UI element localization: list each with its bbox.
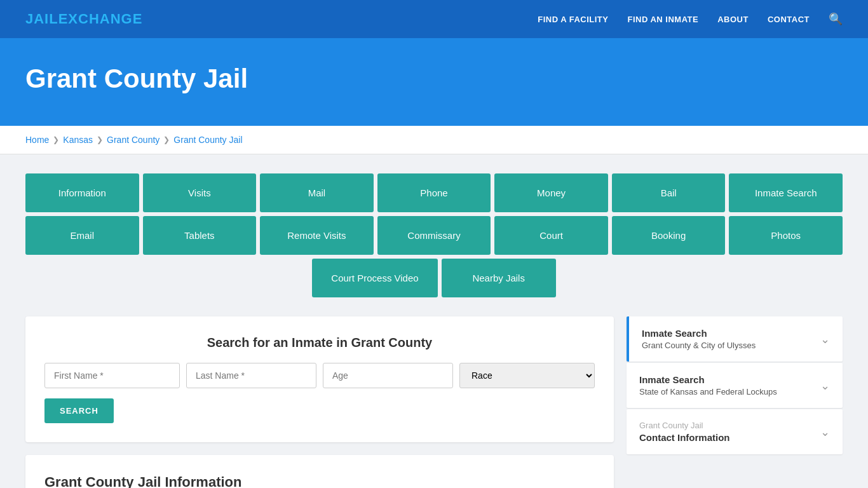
- breadcrumb: Home ❯ Kansas ❯ Grant County ❯ Grant Cou…: [25, 135, 843, 145]
- sidebar-item-gc-title: Inmate Search: [642, 328, 756, 339]
- breadcrumb-sep-1: ❯: [53, 135, 59, 144]
- btn-booking[interactable]: Booking: [612, 216, 726, 255]
- nav-find-facility[interactable]: FIND A FACILITY: [538, 15, 608, 24]
- btn-phone[interactable]: Phone: [377, 173, 491, 212]
- btn-tablets[interactable]: Tablets: [143, 216, 257, 255]
- navbar: JAILEXCHANGE FIND A FACILITY FIND AN INM…: [0, 0, 868, 38]
- lower-section: Search for an Inmate in Grant County Rac…: [25, 316, 843, 488]
- sidebar-item-inmate-search-ks[interactable]: Inmate Search State of Kansas and Federa…: [627, 363, 843, 408]
- page-title: Grant County Jail: [25, 64, 843, 94]
- search-button[interactable]: SEARCH: [44, 398, 114, 423]
- btn-photos[interactable]: Photos: [729, 216, 843, 255]
- sidebar-item-ks-title: Inmate Search: [639, 374, 777, 385]
- breadcrumb-grant-county-jail[interactable]: Grant County Jail: [173, 135, 242, 145]
- breadcrumb-sep-2: ❯: [97, 135, 103, 144]
- breadcrumb-kansas[interactable]: Kansas: [63, 135, 93, 145]
- sidebar: Inmate Search Grant County & City of Uly…: [627, 316, 843, 454]
- logo-part1: JAIL: [25, 11, 58, 27]
- btn-email[interactable]: Email: [25, 216, 139, 255]
- nav-contact[interactable]: CONTACT: [768, 15, 810, 24]
- sidebar-item-inmate-search-gc[interactable]: Inmate Search Grant County & City of Uly…: [627, 316, 843, 362]
- nav-buttons-row1: Information Visits Mail Phone Money Bail…: [25, 173, 843, 212]
- nav-about[interactable]: ABOUT: [717, 15, 749, 24]
- first-name-input[interactable]: [44, 363, 180, 388]
- btn-mail[interactable]: Mail: [260, 173, 374, 212]
- sidebar-item-contact[interactable]: Grant County Jail Contact Information ⌄: [627, 409, 843, 454]
- sidebar-item-contact-subtitle: Contact Information: [639, 432, 730, 443]
- site-logo[interactable]: JAILEXCHANGE: [25, 11, 142, 27]
- age-input[interactable]: [323, 363, 453, 388]
- breadcrumb-grant-county[interactable]: Grant County: [107, 135, 159, 145]
- hero-section: Grant County Jail: [0, 38, 868, 126]
- sidebar-item-contact-text: Grant County Jail Contact Information: [639, 421, 730, 443]
- nav-find-inmate[interactable]: FIND AN INMATE: [627, 15, 698, 24]
- btn-money[interactable]: Money: [494, 173, 608, 212]
- race-select[interactable]: Race White Black Hispanic Asian Other: [459, 363, 595, 388]
- breadcrumb-bar: Home ❯ Kansas ❯ Grant County ❯ Grant Cou…: [0, 126, 868, 154]
- logo-part2: EXCHANGE: [58, 11, 143, 27]
- chevron-down-icon-2: ⌄: [820, 379, 830, 393]
- breadcrumb-home[interactable]: Home: [25, 135, 49, 145]
- nav-links: FIND A FACILITY FIND AN INMATE ABOUT CON…: [538, 12, 843, 26]
- btn-nearby-jails[interactable]: Nearby Jails: [442, 259, 556, 297]
- search-panel: Search for an Inmate in Grant County Rac…: [25, 316, 614, 442]
- chevron-down-icon: ⌄: [820, 332, 830, 346]
- chevron-down-icon-3: ⌄: [820, 425, 830, 439]
- info-section: Grant County Jail Information: [25, 455, 614, 488]
- nav-buttons-row2: Email Tablets Remote Visits Commissary C…: [25, 216, 843, 255]
- btn-court-process-video[interactable]: Court Process Video: [312, 259, 437, 297]
- btn-inmate-search[interactable]: Inmate Search: [729, 173, 843, 212]
- sidebar-item-ks-text: Inmate Search State of Kansas and Federa…: [639, 374, 777, 396]
- last-name-input[interactable]: [186, 363, 316, 388]
- sidebar-item-gc-subtitle: Grant County & City of Ulysses: [642, 341, 756, 350]
- left-column: Search for an Inmate in Grant County Rac…: [25, 316, 614, 488]
- nav-buttons-row3: Court Process Video Nearby Jails: [25, 259, 843, 297]
- breadcrumb-sep-3: ❯: [163, 135, 170, 144]
- search-icon[interactable]: 🔍: [829, 12, 843, 26]
- search-fields: Race White Black Hispanic Asian Other: [44, 363, 595, 388]
- btn-remote-visits[interactable]: Remote Visits: [260, 216, 374, 255]
- btn-commissary[interactable]: Commissary: [377, 216, 491, 255]
- btn-information[interactable]: Information: [25, 173, 139, 212]
- sidebar-item-gc-text: Inmate Search Grant County & City of Uly…: [642, 328, 756, 350]
- sidebar-item-contact-title: Grant County Jail: [639, 421, 730, 430]
- main-content: Information Visits Mail Phone Money Bail…: [0, 154, 868, 488]
- btn-visits[interactable]: Visits: [143, 173, 257, 212]
- sidebar-item-ks-subtitle: State of Kansas and Federal Lockups: [639, 387, 777, 396]
- btn-court[interactable]: Court: [494, 216, 608, 255]
- search-title: Search for an Inmate in Grant County: [44, 336, 595, 350]
- info-title: Grant County Jail Information: [44, 474, 595, 488]
- btn-bail[interactable]: Bail: [612, 173, 726, 212]
